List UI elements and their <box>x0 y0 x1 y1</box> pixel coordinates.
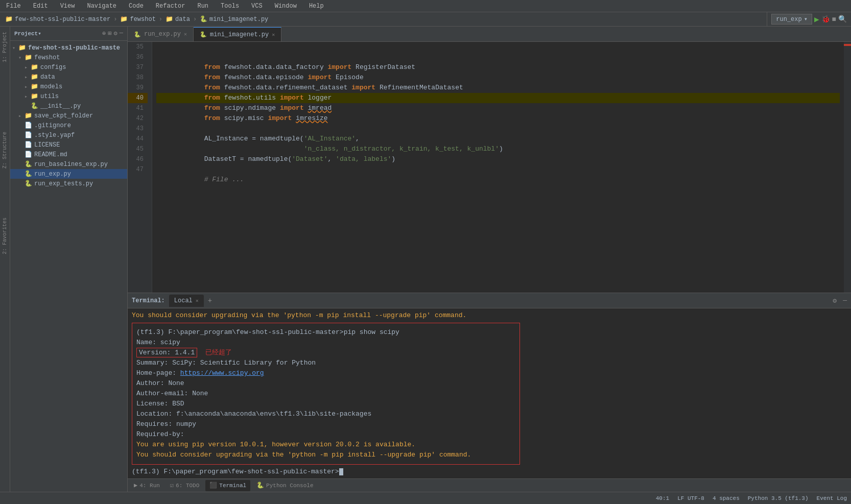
menu-vcs[interactable]: VCS <box>249 2 265 11</box>
tree-item-run-exp[interactable]: 🐍 run_exp.py <box>10 169 127 179</box>
menu-run[interactable]: Run <box>195 2 210 11</box>
editor-area: 🐍 run_exp.py ✕ 🐍 mini_imagenet.py ✕ 35 3… <box>128 27 851 492</box>
terminal-location-line: Location: f:\anaconda\anaconda\envs\tf1.… <box>136 409 515 419</box>
tab-close-run-exp[interactable]: ✕ <box>184 31 187 37</box>
terminal-pip-warning1: You are using pip version 10.0.1, howeve… <box>136 440 515 450</box>
sidebar-item-favorites[interactable]: 2: Favorites <box>1 214 9 257</box>
terminal-pip-warning2: You should consider upgrading via the 'p… <box>136 450 515 460</box>
terminal-content[interactable]: You should consider upgrading via the 'p… <box>128 308 851 478</box>
tree-item-run-exp-tests[interactable]: 🐍 run_exp_tests.py <box>10 179 127 188</box>
bottom-tab-todo-label: 6: TODO <box>176 483 199 489</box>
tab-mini-imagenet[interactable]: 🐍 mini_imagenet.py ✕ <box>194 27 281 41</box>
terminal-area: Terminal: Local ✕ + ⚙ — You should consi… <box>128 293 851 492</box>
bottom-tab-python-console[interactable]: 🐍 Python Console <box>252 480 317 491</box>
menu-code[interactable]: Code <box>127 2 146 11</box>
terminal-warning-line: You should consider upgrading via the 'p… <box>132 310 847 321</box>
tab-run-exp[interactable]: 🐍 run_exp.py ✕ <box>128 27 194 41</box>
tab-icon-mini-imagenet: 🐍 <box>200 31 207 38</box>
status-bar: 40:1 LF UTF-8 4 spaces Python 3.5 (tf1.3… <box>0 492 851 504</box>
breadcrumb-item-data[interactable]: 📁 data <box>166 15 190 23</box>
tree-item-license[interactable]: 📄 LICENSE <box>10 140 127 150</box>
tree-item-root[interactable]: ▾ 📁 few-shot-ssl-public-maste <box>10 43 127 53</box>
menu-navigate[interactable]: Navigate <box>85 2 119 11</box>
file-icon: 🐍 <box>200 15 207 23</box>
terminal-settings-icon[interactable]: ⚙ <box>833 297 837 305</box>
terminal-tabs-bar: Terminal: Local ✕ + ⚙ — <box>128 293 851 308</box>
tab-close-mini-imagenet[interactable]: ✕ <box>272 32 275 38</box>
todo-icon: ☑ <box>170 482 174 489</box>
bottom-tab-python-console-label: Python Console <box>266 483 313 489</box>
terminal-homepage-line: Home-page: https://www.scipy.org <box>136 368 515 378</box>
menu-window[interactable]: Window <box>273 2 299 11</box>
terminal-tab-add[interactable]: + <box>208 297 212 305</box>
menu-tools[interactable]: Tools <box>219 2 241 11</box>
bottom-tab-run-label: 4: Run <box>139 483 160 489</box>
menu-edit[interactable]: Edit <box>31 2 50 11</box>
menu-bar: File Edit View Navigate Code Refactor Ru… <box>0 0 851 12</box>
tree-item-style-yapf[interactable]: 📄 .style.yapf <box>10 130 127 140</box>
status-encoding[interactable]: LF UTF-8 <box>677 495 704 501</box>
tree-item-run-baselines[interactable]: 🐍 run_baselines_exp.py <box>10 159 127 169</box>
status-python[interactable]: Python 3.5 (tf1.3) <box>748 495 809 501</box>
panel-settings-icon[interactable]: ⚙ <box>114 30 117 37</box>
search-button[interactable]: 🔍 <box>838 15 847 23</box>
breadcrumb-item-root[interactable]: 📁 few-shot-ssl-public-master <box>5 15 110 23</box>
bottom-tab-terminal-label: Terminal <box>219 483 246 489</box>
terminal-close-icon[interactable]: — <box>843 297 847 304</box>
terminal-version-note: 已经超了 <box>205 349 232 356</box>
bottom-tab-todo[interactable]: ☑ 6: TODO <box>166 480 203 491</box>
menu-help[interactable]: Help <box>307 2 326 11</box>
python-console-icon: 🐍 <box>256 482 264 489</box>
tree-item-save-ckpt[interactable]: ▸ 📁 save_ckpt_folder <box>10 111 127 121</box>
terminal-summary-line: Summary: SciPy: Scientific Library for P… <box>136 358 515 368</box>
sidebar-item-structure[interactable]: Z: Structure <box>1 129 9 172</box>
editor-tabs: 🐍 run_exp.py ✕ 🐍 mini_imagenet.py ✕ <box>128 27 851 42</box>
tree-item-utils[interactable]: ▸ 📁 utils <box>10 91 127 101</box>
code-line-35 <box>156 42 840 52</box>
tree-item-readme[interactable]: 📄 README.md <box>10 150 127 159</box>
terminal-tab-local[interactable]: Local ✕ <box>169 295 204 307</box>
code-content: from fewshot.data.data_factory import Re… <box>152 42 844 293</box>
terminal-tab-local-label: Local <box>174 297 193 304</box>
terminal-final-prompt: (tf1.3) F:\paper_program\few-shot-ssl-pu… <box>132 467 847 477</box>
panel-title: Project▾ <box>14 30 41 37</box>
menu-view[interactable]: View <box>58 2 77 11</box>
panel-sync-icon[interactable]: ⊕ <box>102 30 106 37</box>
terminal-final-prompt-text: (tf1.3) F:\paper_program\few-shot-ssl-pu… <box>132 468 339 475</box>
tree-item-fewshot[interactable]: ▾ 📁 fewshot <box>10 53 127 62</box>
bottom-tab-run[interactable]: ▶ 4: Run <box>130 480 164 491</box>
panel-expand-icon[interactable]: ⊞ <box>108 30 111 37</box>
terminal-homepage-link[interactable]: https://www.scipy.org <box>180 369 264 377</box>
breadcrumb-item-file[interactable]: 🐍 mini_imagenet.py <box>200 15 268 23</box>
sidebar-item-project[interactable]: 1: Project <box>1 29 9 65</box>
tree-item-data[interactable]: ▸ 📁 data <box>10 72 127 82</box>
run-config-selector[interactable]: run_exp ▾ <box>771 14 812 25</box>
folder-icon: 📁 <box>166 15 173 23</box>
terminal-tab-local-close[interactable]: ✕ <box>196 298 199 304</box>
status-event-log[interactable]: Event Log <box>817 495 847 501</box>
tree-item-gitignore[interactable]: 📄 .gitignore <box>10 121 127 130</box>
menu-file[interactable]: File <box>4 2 23 11</box>
run-button[interactable]: ▶ <box>814 14 819 25</box>
status-bar-right: 40:1 LF UTF-8 4 spaces Python 3.5 (tf1.3… <box>656 495 847 501</box>
terminal-requires-line: Requires: numpy <box>136 419 515 429</box>
breadcrumb: 📁 few-shot-ssl-public-master › 📁 fewshot… <box>0 12 767 27</box>
stop-button[interactable]: ■ <box>832 15 836 23</box>
sidebar-icons: 1: Project Z: Structure 2: Favorites <box>0 27 10 492</box>
tree-item-init-py[interactable]: 🐍 __init__.py <box>10 101 127 111</box>
tree-item-configs[interactable]: ▸ 📁 configs <box>10 62 127 72</box>
main-layout: 1: Project Z: Structure 2: Favorites Pro… <box>0 27 851 492</box>
status-position[interactable]: 40:1 <box>656 495 669 501</box>
tree-item-models[interactable]: ▸ 📁 models <box>10 82 127 91</box>
status-indent[interactable]: 4 spaces <box>713 495 740 501</box>
terminal-name-line: Name: scipy <box>136 338 515 348</box>
terminal-required-by-line: Required-by: <box>136 429 515 440</box>
code-editor[interactable]: 35 36 37 38 39 40 41 42 43 44 45 46 47 <box>128 42 851 293</box>
breadcrumb-item-fewshot[interactable]: 📁 fewshot <box>120 15 155 23</box>
bottom-tab-terminal[interactable]: ⬛ Terminal <box>205 480 250 491</box>
terminal-version-highlight: Version: 1.4.1 <box>136 348 197 357</box>
panel-minimize-icon[interactable]: — <box>120 30 123 37</box>
debug-button[interactable]: 🐞 <box>821 15 830 23</box>
code-line-36: from fewshot.data.data_factory import Re… <box>156 52 840 62</box>
menu-refactor[interactable]: Refactor <box>154 2 187 11</box>
